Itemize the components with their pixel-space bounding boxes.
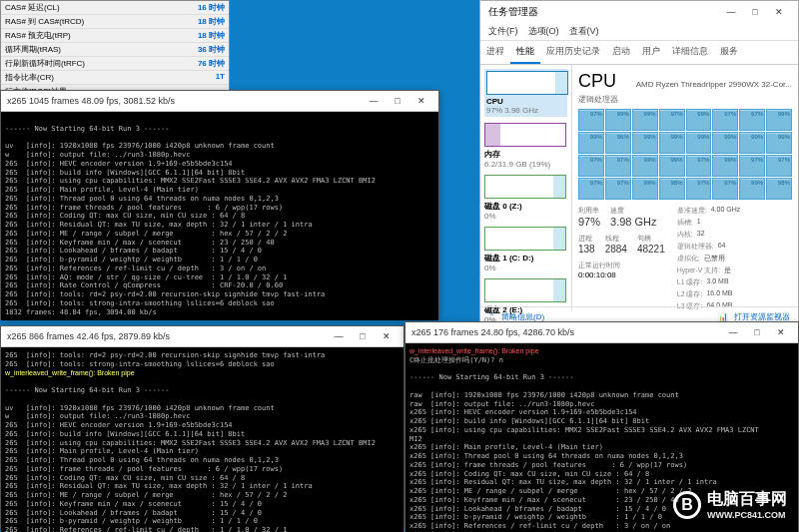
stat-utilization: 97%	[578, 216, 600, 228]
cpu-core: 97%	[605, 155, 631, 177]
maximize-button[interactable]: □	[387, 94, 408, 108]
close-button[interactable]: ✕	[376, 329, 398, 343]
taskmgr-title: 任务管理器	[488, 5, 538, 19]
cpu-core: 97%	[739, 155, 765, 177]
minimize-button[interactable]: —	[328, 329, 350, 343]
taskmgr-titlebar[interactable]: 任务管理器 — □ ✕	[480, 1, 798, 23]
sidebar-item-CPU[interactable]: CPU97% 3.98 GHz	[484, 69, 567, 117]
stat-handles: 48221	[637, 244, 665, 255]
cpu-core: 98%	[766, 178, 792, 200]
resource-monitor-icon[interactable]: 📊	[718, 312, 728, 321]
cpu-core: 99%	[686, 109, 712, 131]
sidebar-item-内存[interactable]: 内存6.2/31.9 GB (19%)	[484, 123, 567, 169]
taskmgr-sidebar[interactable]: CPU97% 3.98 GHz内存6.2/31.9 GB (19%)磁盘 0 (…	[480, 65, 572, 310]
terminal-titlebar[interactable]: x265 866 frames 42.46 fps, 2879.89 kb/s …	[1, 326, 403, 347]
cpu-subtitle: 逻辑处理器	[578, 94, 792, 105]
stat-processes: 138	[578, 244, 595, 255]
cpu-spec-row: 虚拟化:已禁用	[677, 254, 741, 264]
terminal-titlebar[interactable]: x265 1045 frames 48.09 fps, 3081.52 kb/s…	[1, 91, 438, 112]
terminal-title-text: x265 176 frames 24.80 fps, 4286.70 kb/s	[411, 327, 574, 337]
cpu-core: 99%	[659, 155, 685, 177]
cpu-core: 99%	[712, 155, 738, 177]
tab-进程[interactable]: 进程	[480, 41, 510, 64]
cpu-spec-row: 内核:32	[677, 230, 741, 240]
terminal-output: 265 [info]: tools: rd=2 psy-rd=2.00 recu…	[1, 347, 403, 532]
maximize-button[interactable]: □	[352, 329, 374, 343]
maximize-button[interactable]: □	[746, 325, 768, 339]
mem-timing-row: RAS# 预充电(tRP)18 时钟	[1, 29, 229, 43]
taskmgr-tabs[interactable]: 进程性能应用历史记录启动用户详细信息服务	[480, 41, 798, 65]
mem-timing-row: CAS# 延迟(CL)16 时钟	[1, 1, 229, 15]
cpu-core: 96%	[605, 132, 631, 154]
cpu-core: 97%	[739, 109, 765, 131]
terminal-window-1[interactable]: x265 1045 frames 48.09 fps, 3081.52 kb/s…	[0, 90, 439, 319]
terminal-window-2[interactable]: x265 866 frames 42.46 fps, 2879.89 kb/s …	[0, 325, 404, 530]
terminal-title-text: x265 1045 frames 48.09 fps, 3081.52 kb/s	[7, 96, 175, 106]
task-manager-window[interactable]: 任务管理器 — □ ✕ 文件(F)选项(O)查看(V) 进程性能应用历史记录启动…	[479, 0, 799, 327]
cpu-core: 97%	[712, 178, 738, 200]
cpu-core: 97%	[712, 109, 738, 131]
cpu-core: 99%	[659, 132, 685, 154]
stat-label: 进程	[578, 234, 595, 244]
close-button[interactable]: ✕	[768, 5, 790, 19]
mem-timing-row: 循环周期(tRAS)36 时钟	[1, 43, 229, 57]
terminal-titlebar[interactable]: x265 176 frames 24.80 fps, 4286.70 kb/s …	[405, 322, 798, 343]
tab-性能[interactable]: 性能	[510, 41, 540, 64]
cpu-core: 97%	[578, 155, 604, 177]
cpu-core: 99%	[739, 132, 765, 154]
cpu-core: 97%	[686, 178, 712, 200]
tab-用户[interactable]: 用户	[636, 41, 666, 64]
tab-服务[interactable]: 服务	[714, 41, 744, 64]
cpu-core: 97%	[686, 155, 712, 177]
cpu-core: 97%	[578, 178, 604, 200]
cpu-core: 99%	[712, 132, 738, 154]
cpu-spec-row: L1 缓存:3.0 MB	[677, 277, 741, 287]
menu-item[interactable]: 文件(F)	[488, 25, 518, 38]
cpu-core: 99%	[632, 132, 658, 154]
taskmgr-menu[interactable]: 文件(F)选项(O)查看(V)	[480, 23, 798, 41]
stat-label: 线程	[605, 234, 627, 244]
cpu-core: 99%	[632, 155, 658, 177]
mem-timing-row: 指令比率(CR)1T	[1, 71, 229, 85]
stat-label: 正常运行时间	[578, 261, 665, 270]
tab-启动[interactable]: 启动	[606, 41, 636, 64]
menu-item[interactable]: 选项(O)	[528, 25, 559, 38]
close-button[interactable]: ✕	[770, 325, 792, 339]
cpu-spec-row: 插槽:1	[677, 218, 741, 228]
maximize-button[interactable]: □	[744, 5, 766, 19]
stat-threads: 2884	[605, 244, 627, 255]
cpu-spec-row: 基准速度:4.00 GHz	[677, 206, 741, 216]
cpu-core: 97%	[578, 109, 604, 131]
cpu-heading: CPU	[578, 71, 616, 92]
cpu-core: 99%	[766, 132, 792, 154]
cpu-core: 97%	[659, 109, 685, 131]
cpu-core: 99%	[739, 178, 765, 200]
cpu-core: 99%	[578, 132, 604, 154]
sidebar-item-磁盘 0 (Z:)[interactable]: 磁盘 0 (Z:)0%	[484, 175, 567, 221]
stat-label: 速度	[610, 206, 656, 216]
cpu-core: 98%	[659, 178, 685, 200]
cpu-cores-grid: 97%99%99%97%99%97%97%99%99%96%99%99%99%9…	[578, 109, 792, 200]
chevron-up-icon[interactable]: ⌃	[488, 312, 495, 321]
watermark-logo-icon: B	[673, 491, 701, 519]
minimize-button[interactable]: —	[720, 5, 742, 19]
cpu-core: 99%	[605, 109, 631, 131]
taskmgr-main: CPU AMD Ryzen Threadripper 2990WX 32-Cor…	[572, 65, 798, 310]
minimize-button[interactable]: —	[722, 325, 744, 339]
tab-详细信息[interactable]: 详细信息	[666, 41, 714, 64]
sidebar-item-磁盘 1 (C: D:)[interactable]: 磁盘 1 (C: D:)0%	[484, 227, 567, 272]
cpu-core: 99%	[632, 109, 658, 131]
tab-应用历史记录[interactable]: 应用历史记录	[540, 41, 606, 64]
menu-item[interactable]: 查看(V)	[569, 25, 599, 38]
cpu-core: 97%	[605, 178, 631, 200]
mem-timing-row: RAS# 到 CAS#(tRCD)18 时钟	[1, 15, 229, 29]
cpu-spec-row: L2 缓存:16.0 MB	[677, 289, 741, 299]
watermark: B 电脑百事网 WWW.PC841.COM	[673, 489, 787, 520]
minimize-button[interactable]: —	[363, 94, 385, 108]
close-button[interactable]: ✕	[410, 94, 432, 108]
watermark-brand: 电脑百事网	[707, 490, 787, 507]
mem-timing-row: 行刷新循环时间(tRFC)76 时钟	[1, 57, 229, 71]
stat-label: 利用率	[578, 206, 600, 216]
stat-uptime: 0:00:10:08	[578, 270, 665, 279]
cpu-spec-row: 逻辑处理器:64	[677, 242, 741, 252]
